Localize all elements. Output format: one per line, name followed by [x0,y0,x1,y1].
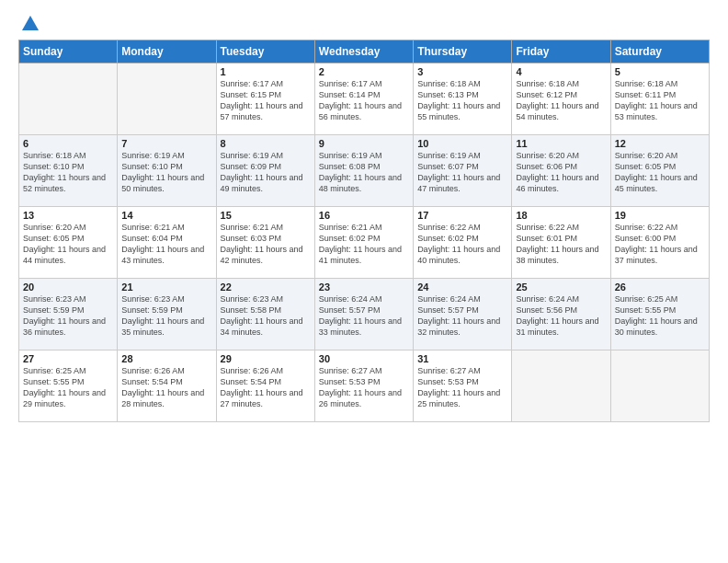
day-number: 19 [615,210,705,221]
page-container: SundayMondayTuesdayWednesdayThursdayFrid… [0,0,728,431]
calendar-day-cell: 26Sunrise: 6:25 AMSunset: 5:55 PMDayligh… [610,279,709,350]
weekday-header-tuesday: Tuesday [216,40,314,63]
calendar-day-cell: 30Sunrise: 6:27 AMSunset: 5:53 PMDayligh… [314,350,413,422]
day-number: 2 [319,66,409,77]
logo-icon [20,14,40,34]
day-number: 30 [319,353,409,364]
day-number: 21 [121,282,211,293]
day-number: 4 [516,66,606,77]
day-number: 16 [319,210,409,221]
calendar-day-cell: 21Sunrise: 6:23 AMSunset: 5:59 PMDayligh… [118,279,216,350]
calendar-day-cell [512,350,610,422]
calendar-day-cell: 9Sunrise: 6:19 AMSunset: 6:08 PMDaylight… [314,135,413,207]
calendar-week-row: 27Sunrise: 6:25 AMSunset: 5:55 PMDayligh… [19,350,710,422]
day-number: 20 [23,282,113,293]
day-number: 12 [615,138,705,149]
day-number: 28 [121,353,211,364]
weekday-header-monday: Monday [118,40,216,63]
calendar-day-cell: 11Sunrise: 6:20 AMSunset: 6:06 PMDayligh… [512,135,610,207]
day-info: Sunrise: 6:20 AMSunset: 6:05 PMDaylight:… [615,150,705,195]
day-info: Sunrise: 6:24 AMSunset: 5:57 PMDaylight:… [319,293,409,339]
calendar-day-cell: 6Sunrise: 6:18 AMSunset: 6:10 PMDaylight… [19,135,118,207]
header [18,14,710,30]
day-number: 10 [417,138,507,149]
calendar-day-cell [118,63,216,135]
calendar-table: SundayMondayTuesdayWednesdayThursdayFrid… [18,40,710,422]
day-number: 23 [319,282,409,293]
calendar-week-row: 13Sunrise: 6:20 AMSunset: 6:05 PMDayligh… [19,207,710,279]
day-info: Sunrise: 6:18 AMSunset: 6:10 PMDaylight:… [23,150,113,195]
calendar-day-cell: 14Sunrise: 6:21 AMSunset: 6:04 PMDayligh… [118,207,216,279]
calendar-day-cell [610,350,709,422]
day-info: Sunrise: 6:19 AMSunset: 6:08 PMDaylight:… [319,150,409,195]
calendar-day-cell: 1Sunrise: 6:17 AMSunset: 6:15 PMDaylight… [216,63,314,135]
day-number: 31 [417,353,507,364]
weekday-header-sunday: Sunday [19,40,118,63]
day-info: Sunrise: 6:21 AMSunset: 6:04 PMDaylight:… [121,222,211,267]
day-number: 5 [615,66,705,77]
day-info: Sunrise: 6:17 AMSunset: 6:15 PMDaylight:… [221,78,311,123]
calendar-day-cell: 18Sunrise: 6:22 AMSunset: 6:01 PMDayligh… [512,207,610,279]
day-number: 15 [221,210,311,221]
calendar-day-cell: 4Sunrise: 6:18 AMSunset: 6:12 PMDaylight… [512,63,610,135]
day-info: Sunrise: 6:17 AMSunset: 6:14 PMDaylight:… [319,78,409,123]
day-info: Sunrise: 6:21 AMSunset: 6:02 PMDaylight:… [319,222,409,267]
day-info: Sunrise: 6:23 AMSunset: 5:58 PMDaylight:… [221,293,311,339]
day-info: Sunrise: 6:22 AMSunset: 6:02 PMDaylight:… [417,222,507,267]
calendar-day-cell: 23Sunrise: 6:24 AMSunset: 5:57 PMDayligh… [314,279,413,350]
day-info: Sunrise: 6:26 AMSunset: 5:54 PMDaylight:… [221,365,311,410]
weekday-header-saturday: Saturday [610,40,709,63]
weekday-header-row: SundayMondayTuesdayWednesdayThursdayFrid… [19,40,710,63]
calendar-day-cell: 2Sunrise: 6:17 AMSunset: 6:14 PMDaylight… [314,63,413,135]
day-info: Sunrise: 6:24 AMSunset: 5:56 PMDaylight:… [516,293,606,339]
calendar-day-cell: 13Sunrise: 6:20 AMSunset: 6:05 PMDayligh… [19,207,118,279]
calendar-day-cell: 12Sunrise: 6:20 AMSunset: 6:05 PMDayligh… [610,135,709,207]
day-number: 29 [221,353,311,364]
svg-marker-0 [22,16,39,30]
calendar-week-row: 1Sunrise: 6:17 AMSunset: 6:15 PMDaylight… [19,63,710,135]
calendar-day-cell: 19Sunrise: 6:22 AMSunset: 6:00 PMDayligh… [610,207,709,279]
day-info: Sunrise: 6:25 AMSunset: 5:55 PMDaylight:… [23,365,113,410]
calendar-day-cell: 27Sunrise: 6:25 AMSunset: 5:55 PMDayligh… [19,350,118,422]
day-number: 27 [23,353,113,364]
calendar-week-row: 20Sunrise: 6:23 AMSunset: 5:59 PMDayligh… [19,279,710,350]
calendar-day-cell: 28Sunrise: 6:26 AMSunset: 5:54 PMDayligh… [118,350,216,422]
day-number: 17 [417,210,507,221]
day-info: Sunrise: 6:19 AMSunset: 6:10 PMDaylight:… [121,150,211,195]
day-number: 8 [221,138,311,149]
day-number: 11 [516,138,606,149]
calendar-day-cell: 16Sunrise: 6:21 AMSunset: 6:02 PMDayligh… [314,207,413,279]
calendar-day-cell: 3Sunrise: 6:18 AMSunset: 6:13 PMDaylight… [414,63,512,135]
calendar-day-cell: 15Sunrise: 6:21 AMSunset: 6:03 PMDayligh… [216,207,314,279]
calendar-day-cell: 10Sunrise: 6:19 AMSunset: 6:07 PMDayligh… [414,135,512,207]
day-number: 13 [23,210,113,221]
day-info: Sunrise: 6:23 AMSunset: 5:59 PMDaylight:… [121,293,211,339]
calendar-day-cell [19,63,118,135]
day-info: Sunrise: 6:22 AMSunset: 6:01 PMDaylight:… [516,222,606,267]
day-info: Sunrise: 6:20 AMSunset: 6:06 PMDaylight:… [516,150,606,195]
day-number: 1 [221,66,311,77]
day-number: 7 [121,138,211,149]
weekday-header-friday: Friday [512,40,610,63]
day-number: 9 [319,138,409,149]
calendar-day-cell: 24Sunrise: 6:24 AMSunset: 5:57 PMDayligh… [414,279,512,350]
calendar-week-row: 6Sunrise: 6:18 AMSunset: 6:10 PMDaylight… [19,135,710,207]
day-number: 18 [516,210,606,221]
day-number: 26 [615,282,705,293]
calendar-day-cell: 7Sunrise: 6:19 AMSunset: 6:10 PMDaylight… [118,135,216,207]
day-number: 3 [417,66,507,77]
calendar-day-cell: 5Sunrise: 6:18 AMSunset: 6:11 PMDaylight… [610,63,709,135]
calendar-day-cell: 8Sunrise: 6:19 AMSunset: 6:09 PMDaylight… [216,135,314,207]
day-info: Sunrise: 6:27 AMSunset: 5:53 PMDaylight:… [319,365,409,410]
day-info: Sunrise: 6:18 AMSunset: 6:13 PMDaylight:… [417,78,507,123]
day-info: Sunrise: 6:25 AMSunset: 5:55 PMDaylight:… [615,293,705,339]
calendar-day-cell: 31Sunrise: 6:27 AMSunset: 5:53 PMDayligh… [414,350,512,422]
day-number: 22 [221,282,311,293]
weekday-header-wednesday: Wednesday [314,40,413,63]
day-number: 24 [417,282,507,293]
day-info: Sunrise: 6:23 AMSunset: 5:59 PMDaylight:… [23,293,113,339]
logo [18,14,40,30]
day-info: Sunrise: 6:27 AMSunset: 5:53 PMDaylight:… [417,365,507,410]
day-info: Sunrise: 6:26 AMSunset: 5:54 PMDaylight:… [121,365,211,410]
day-info: Sunrise: 6:19 AMSunset: 6:07 PMDaylight:… [417,150,507,195]
